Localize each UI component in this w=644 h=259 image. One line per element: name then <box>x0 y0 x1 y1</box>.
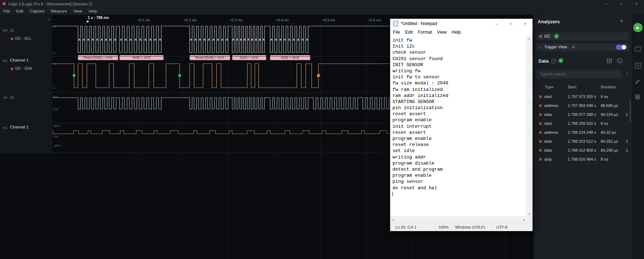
notepad-line: fw ram initialized <box>392 87 527 93</box>
data-section-title: Data <box>538 58 548 64</box>
menu-item-measure[interactable]: Measure <box>48 8 70 15</box>
analyzer-item-i2c[interactable]: I2C ✓ <box>536 33 629 40</box>
panel-scrollbar[interactable] <box>630 101 631 122</box>
add-analyzer-button[interactable]: + <box>620 18 623 24</box>
trigger-view-row[interactable]: › Trigger View ⚠ <box>536 43 629 51</box>
scroll-left-icon[interactable]: ◄ <box>392 219 394 221</box>
scroll-down-icon[interactable]: ▼ <box>528 213 531 215</box>
notepad-titlebar[interactable]: *Untitled - Notepad – □ × <box>390 19 532 28</box>
menu-item-view[interactable]: View <box>70 8 86 15</box>
rising-edge-trigger-icon[interactable] <box>10 96 14 99</box>
sidebar-collapse-button[interactable]: ‹ <box>48 17 49 22</box>
table-row[interactable]: data1.798 077 288 s94.224 µs1 <box>534 111 631 119</box>
notepad-line: ram addr initialized <box>392 93 527 99</box>
chevron-right-icon[interactable]: › <box>540 45 541 49</box>
maximize-button[interactable]: □ <box>614 0 629 8</box>
status-cursor-position: Ln 26, Col 1 <box>390 223 435 231</box>
table-row[interactable]: address1.798 234 248 s84.32 µs <box>534 128 631 137</box>
row-extra: 1 <box>626 148 631 152</box>
row-type-bullet-icon <box>539 96 542 98</box>
timeline-tick: +0.3 ms <box>230 18 243 22</box>
scroll-up-icon[interactable]: ▲ <box>528 37 531 40</box>
notepad-line: STARTING SENSOR <box>392 99 527 105</box>
table-view-icon[interactable] <box>607 59 612 63</box>
channel-d1-analyzer-label[interactable]: I2C - SDA <box>15 66 32 70</box>
data-search-input[interactable] <box>536 70 621 78</box>
protocol-chip-icon[interactable]: 1F <box>635 63 641 68</box>
notepad-maximize-button[interactable]: □ <box>504 19 518 28</box>
column-header-duration[interactable]: Duration <box>601 85 616 89</box>
notepad-text-area[interactable]: init fwInit i2ccheck sensorCH201 sensor … <box>390 36 527 216</box>
timeline-tick: +0.1 ms <box>137 18 150 22</box>
status-line-endings: Windows (CRLF) <box>451 223 492 231</box>
notepad-close-button[interactable]: × <box>518 19 532 28</box>
notepad-line: detect and program <box>392 166 527 172</box>
notepad-line: init fw <box>392 37 527 43</box>
a0-voltage-label: 5 V <box>54 95 58 99</box>
edge-marker-icon <box>284 38 286 40</box>
table-row[interactable]: start1.797 973 200 s8 ns <box>534 93 631 102</box>
app-logo-icon <box>3 2 6 5</box>
notepad-line: program enable <box>392 117 527 123</box>
minimize-button[interactable]: – <box>599 0 614 8</box>
channel-d0-id[interactable]: D0 <box>3 28 8 32</box>
table-row[interactable]: stop1.798 516 984 s8 ns <box>534 155 631 164</box>
notepad-line <box>392 191 527 197</box>
a1-voltage-label: 10 V <box>54 124 60 128</box>
notepad-menu-item-view[interactable]: View <box>434 28 449 36</box>
edge-marker-icon <box>83 38 85 40</box>
table-row[interactable]: data1.798 412 808 s84.296 µs1 <box>534 146 631 155</box>
notepad-menu-item-edit[interactable]: Edit <box>402 28 415 36</box>
notepad-menu-item-file[interactable]: File <box>390 28 402 36</box>
edge-marker-icon <box>149 38 151 40</box>
menu-item-edit[interactable]: Edit <box>13 8 27 15</box>
menu-item-help[interactable]: Help <box>86 8 101 15</box>
notepad-app-icon <box>393 21 398 26</box>
terminal-view-icon[interactable] <box>617 59 622 63</box>
close-button[interactable]: × <box>629 0 644 8</box>
edge-marker-icon <box>87 38 89 40</box>
channel-d0-analyzer-label[interactable]: I2C - SCL <box>15 36 31 40</box>
edge-marker-icon <box>213 38 215 40</box>
row-type: stop <box>544 157 552 161</box>
notepad-vertical-scrollbar[interactable]: ▲ ▼ <box>526 36 532 216</box>
row-duration: 84.352 µs <box>601 139 618 143</box>
row-start: 1.798 234 248 s <box>568 130 596 135</box>
table-row[interactable]: address1.797 983 648 s88.696 µs <box>534 102 631 111</box>
data-options-icon[interactable]: ⋮ <box>625 71 629 76</box>
row-duration: 88.696 µs <box>601 103 618 108</box>
channel-d1-name[interactable]: Channel 1 <box>10 58 29 62</box>
channel-d1-id[interactable]: D1 <box>3 59 8 63</box>
start-capture-button[interactable]: ▶ <box>633 23 643 32</box>
edge-marker-icon <box>306 38 308 40</box>
channel-a1-name[interactable]: Channel 1 <box>10 125 29 129</box>
layout-grid-icon[interactable] <box>635 94 640 99</box>
notepad-line: CH201 sensor found <box>392 56 527 62</box>
status-encoding: UTF-8 <box>492 223 533 231</box>
annotation-pencil-icon[interactable] <box>635 79 640 84</box>
channel-a1-id[interactable]: A1 <box>3 126 7 130</box>
column-header-type[interactable]: Type <box>545 85 553 89</box>
device-icon[interactable] <box>635 47 641 51</box>
channel-a0-id[interactable]: A0 <box>3 96 7 99</box>
table-row[interactable]: start1.798 209 520 s8 ns <box>534 119 631 128</box>
row-type: data <box>544 112 552 117</box>
notepad-menu-item-format[interactable]: Format <box>415 28 435 36</box>
edge-marker-icon <box>144 38 146 40</box>
row-type: start <box>544 121 552 126</box>
help-icon[interactable]: ? <box>551 59 556 64</box>
notepad-line: writing fw <box>392 68 527 74</box>
rising-edge-trigger-icon[interactable] <box>10 29 14 32</box>
menu-item-capture[interactable]: Capture <box>26 8 48 15</box>
table-row[interactable]: data1.798 323 512 s84.352 µs1 <box>534 137 631 146</box>
edge-marker-icon <box>297 38 299 40</box>
notepad-horizontal-scrollbar[interactable]: ◄ ► <box>390 216 527 223</box>
notepad-menu-item-help[interactable]: Help <box>449 28 463 36</box>
menu-item-file[interactable]: File <box>0 8 13 15</box>
scroll-right-icon[interactable]: ► <box>523 219 526 221</box>
analyzers-title: Analyzers <box>538 19 560 24</box>
column-header-start[interactable]: Start <box>568 85 576 89</box>
trigger-view-toggle[interactable] <box>616 45 626 50</box>
notepad-minimize-button[interactable]: – <box>489 19 504 28</box>
timeline-marker-icon[interactable] <box>86 21 89 23</box>
